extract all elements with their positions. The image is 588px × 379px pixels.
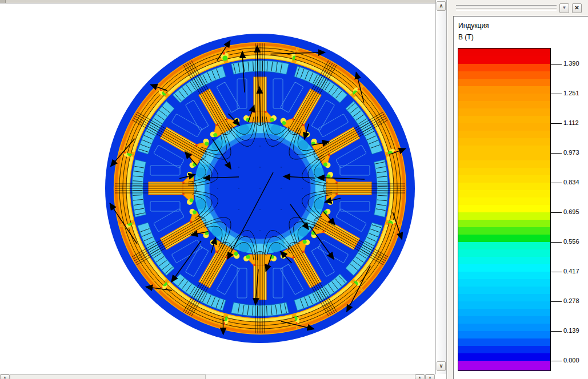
legend-title: Индукция bbox=[458, 22, 489, 30]
legend-band bbox=[458, 301, 550, 331]
gripper-line bbox=[456, 9, 557, 11]
horizontal-scroll-thumb[interactable] bbox=[10, 374, 206, 379]
top-toolbar-notch bbox=[0, 0, 6, 3]
legend-band bbox=[458, 123, 550, 153]
legend-band bbox=[458, 153, 550, 183]
legend-tick-label: 0.834 bbox=[563, 179, 588, 186]
legend-unit-label: B (T) bbox=[458, 33, 474, 41]
legend-tick-line bbox=[551, 331, 562, 332]
legend-band bbox=[458, 64, 550, 94]
legend-band bbox=[458, 183, 550, 212]
legend-tick-label: 1.112 bbox=[563, 119, 588, 126]
close-icon: ✕ bbox=[573, 4, 581, 12]
legend-band bbox=[458, 212, 550, 242]
legend-palette-window: ▼ ✕ Индукция B (T) 1.3901.2511.1120.9730… bbox=[446, 0, 588, 379]
vertical-scrollbar[interactable]: ∧ ∨ bbox=[435, 0, 447, 374]
legend-tick-line bbox=[551, 183, 562, 183]
legend-tick-line bbox=[551, 212, 562, 213]
scroll-left-button[interactable]: ▲ bbox=[0, 374, 10, 379]
split-button-left[interactable]: ▲ bbox=[415, 374, 425, 379]
legend-tick-line bbox=[551, 153, 562, 154]
legend-body: Индукция B (T) 1.3901.2511.1120.9730.834… bbox=[453, 16, 588, 379]
motor-flux-plot bbox=[0, 3, 435, 374]
legend-tick-line bbox=[551, 64, 562, 64]
legend-tick-line bbox=[551, 123, 562, 124]
legend-band bbox=[458, 272, 550, 301]
model-viewport[interactable] bbox=[0, 3, 435, 374]
legend-tick-line bbox=[551, 94, 562, 94]
legend-tick-label: 0.973 bbox=[563, 149, 588, 156]
scroll-up-button[interactable]: ∧ bbox=[437, 1, 446, 11]
scroll-left-icon: ▲ bbox=[3, 376, 7, 379]
legend-band bbox=[458, 331, 550, 361]
scroll-up-icon: ∧ bbox=[439, 3, 443, 9]
legend-band bbox=[458, 361, 550, 370]
legend-tick-label: 0.695 bbox=[563, 208, 588, 215]
legend-close-button[interactable]: ✕ bbox=[572, 3, 582, 13]
legend-colorbar bbox=[458, 48, 551, 371]
legend-band bbox=[458, 49, 550, 64]
legend-tick-line bbox=[551, 242, 562, 243]
split-button-right[interactable]: ▲ bbox=[425, 374, 435, 379]
legend-tick-label: 1.251 bbox=[563, 90, 588, 96]
legend-tick-label: 0.278 bbox=[563, 297, 588, 304]
legend-title-bar[interactable]: ▼ ✕ bbox=[447, 0, 588, 16]
horizontal-scrollbar[interactable]: ▲ ▲ ▲ bbox=[0, 374, 435, 379]
legend-tick-label: 1.390 bbox=[563, 60, 588, 67]
legend-tick-label: 0.000 bbox=[563, 357, 588, 364]
legend-tick-label: 0.556 bbox=[563, 238, 588, 245]
legend-band bbox=[458, 94, 550, 123]
chevron-down-icon: ▼ bbox=[560, 4, 569, 12]
scroll-down-button[interactable]: ∨ bbox=[437, 361, 446, 371]
scroll-down-icon: ∨ bbox=[439, 363, 443, 369]
split-left-icon: ▲ bbox=[418, 376, 422, 379]
legend-tick-label: 0.139 bbox=[563, 327, 588, 334]
legend-tick-line bbox=[551, 301, 562, 302]
legend-tick-line bbox=[551, 272, 562, 272]
legend-band bbox=[458, 242, 550, 272]
legend-tick-line bbox=[551, 361, 562, 361]
split-right-icon: ▲ bbox=[429, 376, 432, 379]
fem-app-window: ∧ ∨ ▲ ▲ ▲ ▼ ✕ Индукция B (T) 1.3901.2511… bbox=[0, 0, 588, 379]
gripper-line bbox=[456, 5, 557, 7]
legend-menu-button[interactable]: ▼ bbox=[559, 3, 569, 13]
legend-tick-label: 0.417 bbox=[563, 268, 588, 275]
